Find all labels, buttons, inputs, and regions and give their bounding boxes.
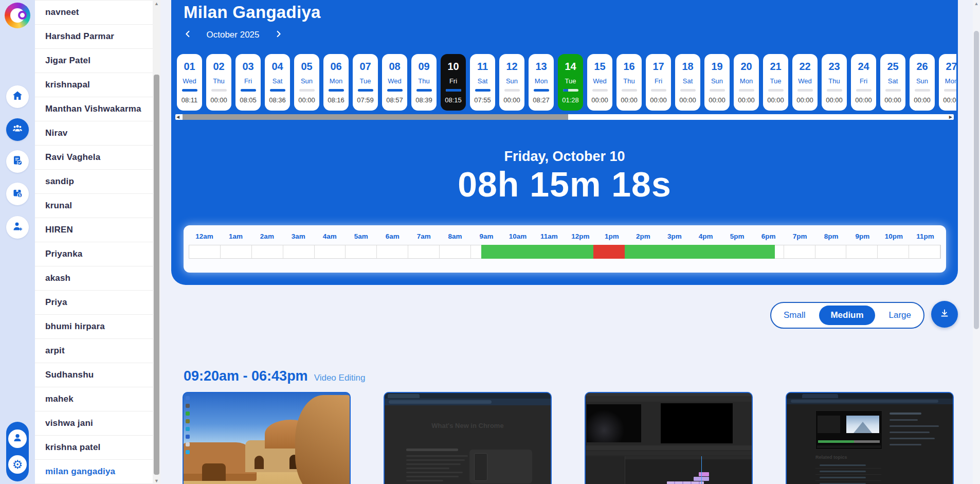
size-option-small[interactable]: Small <box>777 310 812 320</box>
day-total-time: 01:28 <box>562 96 579 104</box>
day-card-16[interactable]: 16Thu00:00 <box>616 54 642 111</box>
day-card-01[interactable]: 01Wed08:11 <box>177 54 202 111</box>
day-card-06[interactable]: 06Mon08:16 <box>323 54 349 111</box>
day-progress-bar <box>797 89 813 92</box>
day-card-24[interactable]: 24Fri00:00 <box>851 54 876 111</box>
employee-list-item[interactable]: akash <box>35 266 153 291</box>
timeline-cell <box>878 245 909 258</box>
day-card-10[interactable]: 10Fri08:15 <box>441 54 466 111</box>
day-card-20[interactable]: 20Mon00:00 <box>734 54 759 111</box>
employee-list-item[interactable]: Manthan Vishwakarma <box>35 97 153 121</box>
day-card-25[interactable]: 25Sat00:00 <box>880 54 905 111</box>
nav-team-button[interactable] <box>6 118 29 141</box>
employee-name: Harshad Parmar <box>45 31 114 42</box>
day-progress-bar <box>622 89 637 92</box>
nav-reports-button[interactable] <box>6 150 29 173</box>
day-card-04[interactable]: 04Sat08:36 <box>265 54 290 111</box>
next-month-button[interactable] <box>271 29 285 41</box>
size-option-large[interactable]: Large <box>883 310 917 320</box>
day-card-21[interactable]: 21Tue00:00 <box>763 54 788 111</box>
scroll-down-icon[interactable]: ▼ <box>153 478 160 483</box>
scroll-up-icon[interactable]: ▲ <box>153 1 160 6</box>
employee-list-item[interactable]: Harshad Parmar <box>35 25 153 49</box>
day-card-14[interactable]: 14Tue01:28 <box>558 54 583 111</box>
day-of-week: Tue <box>565 77 576 85</box>
settings-button[interactable]: ⚙ <box>8 455 27 474</box>
page-scrollbar-thumb[interactable] <box>974 31 979 329</box>
day-card-17[interactable]: 17Fri00:00 <box>646 54 671 111</box>
timeline-hour-label: 7pm <box>784 232 815 240</box>
size-option-medium[interactable]: Medium <box>819 306 875 325</box>
day-card-26[interactable]: 26Sun00:00 <box>910 54 935 111</box>
day-progress-bar <box>329 89 344 92</box>
day-card-08[interactable]: 08Wed08:57 <box>382 54 407 111</box>
employee-list-item[interactable]: krishnapal <box>35 73 153 97</box>
download-button[interactable] <box>931 301 958 328</box>
employee-list-item[interactable]: sandip <box>35 170 153 194</box>
employee-list-item[interactable]: Ravi Vaghela <box>35 146 153 170</box>
day-card-02[interactable]: 02Thu00:00 <box>206 54 231 111</box>
profile-button[interactable] <box>8 429 27 448</box>
day-card-05[interactable]: 05Sun00:00 <box>294 54 319 111</box>
strip-scroll-right-icon[interactable]: ▶ <box>949 114 952 120</box>
related-topics-label: Related topics <box>815 455 847 460</box>
employee-list-item[interactable]: bhumi hirpara <box>35 315 153 339</box>
day-card-22[interactable]: 22Wed00:00 <box>792 54 818 111</box>
day-progress-bar <box>915 89 930 92</box>
day-card-15[interactable]: 15Wed00:00 <box>587 54 612 111</box>
employee-list-item[interactable]: Priyanka <box>35 242 153 266</box>
employee-list-item[interactable]: navneet <box>35 1 153 25</box>
employee-list-item[interactable]: milan gangadiya <box>35 460 153 484</box>
day-card-18[interactable]: 18Sat00:00 <box>675 54 700 111</box>
day-card-09[interactable]: 09Thu08:39 <box>411 54 437 111</box>
employee-list-item[interactable]: krunal <box>35 194 153 218</box>
employee-list-item[interactable]: vishwa jani <box>35 411 153 436</box>
employee-list-item[interactable]: arpit <box>35 339 153 363</box>
session-header: 09:20am - 06:43pm Video Editing <box>184 368 366 384</box>
timeline-hour-label: 12am <box>189 232 220 240</box>
nav-add-user-button[interactable] <box>6 216 29 239</box>
day-of-week: Fri <box>244 77 252 85</box>
desktop-icons <box>186 396 190 454</box>
nav-home-button[interactable] <box>6 85 29 108</box>
employee-list-item[interactable]: krishna patel <box>35 436 153 460</box>
screenshot-thumb-chrome[interactable]: What's New in Chrome <box>384 392 552 484</box>
day-card-13[interactable]: 13Mon08:27 <box>529 54 554 111</box>
app-logo[interactable] <box>5 3 30 28</box>
employee-list-item[interactable]: Jigar Patel <box>35 49 153 73</box>
employee-list-item[interactable]: HIREN <box>35 218 153 242</box>
chrome-page-title: What's New in Chrome <box>385 422 551 429</box>
day-number: 15 <box>594 61 605 73</box>
prev-month-button[interactable] <box>181 29 194 41</box>
day-number: 11 <box>477 61 488 73</box>
day-number: 04 <box>271 61 283 73</box>
day-card-07[interactable]: 07Tue07:59 <box>353 54 378 111</box>
day-card-23[interactable]: 23Thu00:00 <box>822 54 847 111</box>
employee-list-item[interactable]: Priya <box>35 291 153 315</box>
day-number: 24 <box>858 61 869 73</box>
day-card-12[interactable]: 12Sun00:00 <box>499 54 524 111</box>
page-scroll-up-icon[interactable]: ▲ <box>973 1 980 6</box>
nav-payments-button[interactable]: $ <box>6 183 29 205</box>
employee-list-item[interactable]: mahek <box>35 387 153 411</box>
day-card-27[interactable]: 27Mon00:00 <box>939 54 956 111</box>
day-of-week: Fri <box>655 77 662 85</box>
day-number: 06 <box>330 61 341 73</box>
timeline-hour-label: 5am <box>346 232 377 240</box>
employee-list-item[interactable]: Sudhanshu <box>35 363 153 387</box>
screenshot-thumb-desktop[interactable] <box>183 392 351 484</box>
day-number: 13 <box>535 61 547 73</box>
employee-scrollbar-thumb[interactable] <box>154 75 159 475</box>
session-time-range: 09:20am - 06:43pm <box>184 368 308 384</box>
strip-scroll-left-icon[interactable]: ◀ <box>176 114 179 120</box>
day-card-03[interactable]: 03Fri08:05 <box>235 54 261 111</box>
screenshot-thumb-tutorial[interactable]: Related topics <box>786 392 954 484</box>
day-card-11[interactable]: 11Sat07:55 <box>470 54 495 111</box>
day-total-time: 08:36 <box>269 96 286 104</box>
day-of-week: Thu <box>418 77 429 85</box>
screenshot-thumb-premiere[interactable] <box>585 392 753 484</box>
day-card-19[interactable]: 19Sun00:00 <box>704 54 730 111</box>
day-of-week: Thu <box>213 77 224 85</box>
employee-list-item[interactable]: Nirav <box>35 121 153 146</box>
strip-scrollbar-thumb[interactable] <box>183 114 568 120</box>
